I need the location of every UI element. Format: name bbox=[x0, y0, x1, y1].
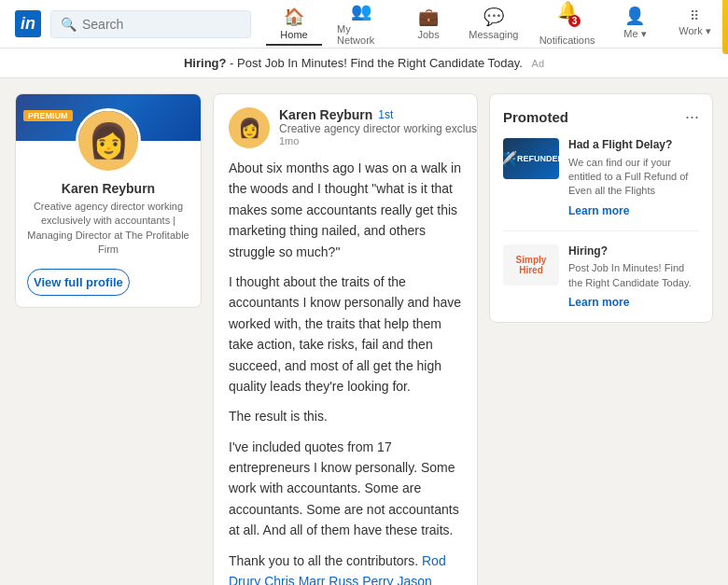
promoted-menu-button[interactable]: ··· bbox=[685, 107, 699, 127]
post-body: About six months ago I was on a walk in … bbox=[214, 158, 477, 585]
post-author-info: Karen Reyburn 1st Creative agency direct… bbox=[279, 107, 478, 146]
promo-hiring-learn-more[interactable]: Learn more bbox=[568, 296, 629, 309]
avatar-emoji: 👩 bbox=[78, 111, 138, 171]
post-paragraph-1: About six months ago I was on a walk in … bbox=[229, 158, 462, 262]
promo-hiring-img-label: SimplyHired bbox=[516, 255, 547, 275]
promo-flight-heading: Had a Flight Delay? bbox=[568, 138, 699, 153]
nav-right: Free Upgrade to Premium bbox=[722, 0, 728, 54]
hiring-bar-link[interactable]: Hiring? - Post Job In Minutes! Find the … bbox=[184, 56, 526, 70]
search-input[interactable] bbox=[82, 17, 241, 32]
post-contributors: Thank you to all the contributors. Rod D… bbox=[229, 550, 462, 585]
hiring-bar: Hiring? - Post Job In Minutes! Find the … bbox=[0, 49, 728, 78]
promo-hiring-image: SimplyHired bbox=[503, 244, 559, 286]
post-author-name[interactable]: Karen Reyburn bbox=[279, 107, 372, 122]
promo-flight-content: Had a Flight Delay? We can find our if y… bbox=[568, 138, 699, 217]
jobs-icon: 💼 bbox=[418, 7, 439, 27]
post-header: 👩 Karen Reyburn 1st Creative agency dire… bbox=[214, 94, 477, 158]
promo-item-hiring: SimplyHired Hiring? Post Job In Minutes!… bbox=[503, 244, 699, 309]
post-card: 👩 Karen Reyburn 1st Creative agency dire… bbox=[213, 93, 478, 585]
promo-hiring-heading: Hiring? bbox=[568, 244, 699, 259]
nav-item-jobs[interactable]: 💼 Jobs bbox=[400, 3, 456, 46]
me-icon: 👤 bbox=[624, 6, 645, 26]
linkedin-logo: in bbox=[15, 10, 41, 37]
work-icon: ⠿ bbox=[690, 8, 699, 23]
main-layout: PREMIUM 👩 Karen Reyburn Creative agency … bbox=[0, 78, 728, 585]
promo-hiring-desc: Post Job In Minutes! Find the Right Cand… bbox=[568, 261, 699, 290]
upgrade-button[interactable]: Free Upgrade to Premium bbox=[722, 0, 728, 54]
promo-hiring-content: Hiring? Post Job In Minutes! Find the Ri… bbox=[568, 244, 699, 309]
nav-item-network-label: My Network bbox=[337, 23, 385, 46]
right-sidebar: Promoted ··· ✈️ REFUNDED Had a Flight De… bbox=[489, 93, 713, 585]
network-icon: 👥 bbox=[351, 1, 371, 21]
promo-flight-learn-more[interactable]: Learn more bbox=[568, 204, 629, 217]
contributors-prefix: Thank you to all the contributors. bbox=[229, 553, 418, 568]
post-author-avatar: 👩 bbox=[229, 107, 270, 148]
post-author-title: Creative agency director working exclusi… bbox=[279, 122, 478, 135]
nav-item-jobs-label: Jobs bbox=[417, 29, 439, 40]
promoted-card: Promoted ··· ✈️ REFUNDED Had a Flight De… bbox=[489, 93, 713, 323]
profile-card: PREMIUM 👩 Karen Reyburn Creative agency … bbox=[15, 93, 202, 308]
promo-item-flight: ✈️ REFUNDED Had a Flight Delay? We can f… bbox=[503, 138, 699, 231]
post-time: 1mo bbox=[279, 135, 478, 146]
promo-flight-img-label: REFUNDED bbox=[517, 154, 559, 163]
post-paragraph-4: I've included quotes from 17 entrepreneu… bbox=[229, 437, 462, 541]
top-navigation: in 🔍 🏠 Home 👥 My Network 💼 Jobs 💬 Messag… bbox=[0, 0, 728, 49]
left-sidebar: PREMIUM 👩 Karen Reyburn Creative agency … bbox=[15, 93, 202, 585]
search-bar[interactable]: 🔍 bbox=[50, 10, 251, 38]
post-paragraph-2: I thought about the traits of the accoun… bbox=[229, 272, 462, 397]
contributor-chris-marr[interactable]: Chris Marr bbox=[264, 574, 325, 585]
promo-flight-desc: We can find our if your entitled to a Fu… bbox=[568, 156, 699, 199]
profile-name: Karen Reyburn bbox=[16, 181, 201, 196]
home-icon: 🏠 bbox=[284, 7, 304, 27]
nav-item-work[interactable]: ⠿ Work ▾ bbox=[666, 5, 722, 43]
premium-badge: PREMIUM bbox=[23, 110, 73, 121]
post-avatar-emoji: 👩 bbox=[238, 117, 261, 139]
nav-items: 🏠 Home 👥 My Network 💼 Jobs 💬 Messaging 🔔… bbox=[266, 0, 722, 51]
contributor-russ-perry[interactable]: Russ Perry bbox=[329, 574, 393, 585]
profile-title: Creative agency director working exclusi… bbox=[16, 196, 201, 269]
nav-item-work-label: Work ▾ bbox=[679, 25, 711, 37]
promoted-header: Promoted ··· bbox=[503, 107, 699, 127]
main-feed: 👩 Karen Reyburn 1st Creative agency dire… bbox=[213, 93, 478, 585]
nav-item-network[interactable]: 👥 My Network bbox=[326, 0, 397, 51]
promoted-title: Promoted bbox=[503, 109, 568, 125]
messaging-icon: 💬 bbox=[483, 7, 504, 27]
nav-item-messaging-label: Messaging bbox=[469, 29, 518, 40]
nav-item-me-label: Me ▾ bbox=[623, 28, 646, 40]
view-profile-button[interactable]: View full profile bbox=[27, 269, 130, 296]
nav-item-home[interactable]: 🏠 Home bbox=[266, 3, 322, 46]
search-icon: 🔍 bbox=[61, 17, 77, 32]
profile-avatar: 👩 bbox=[76, 108, 141, 174]
promo-flight-image: ✈️ REFUNDED bbox=[503, 138, 559, 179]
nav-item-notifications-label: Notifications bbox=[539, 35, 595, 46]
nav-item-messaging[interactable]: 💬 Messaging bbox=[460, 3, 527, 46]
notifications-badge: 3 bbox=[568, 15, 581, 27]
nav-item-home-label: Home bbox=[280, 29, 307, 40]
post-author-connection: 1st bbox=[378, 108, 393, 121]
post-paragraph-3: The result is this. bbox=[229, 406, 462, 426]
ad-label: Ad bbox=[532, 58, 544, 69]
nav-item-notifications[interactable]: 🔔 3 Notifications bbox=[531, 0, 604, 51]
nav-item-me[interactable]: 👤 Me ▾ bbox=[607, 2, 663, 46]
